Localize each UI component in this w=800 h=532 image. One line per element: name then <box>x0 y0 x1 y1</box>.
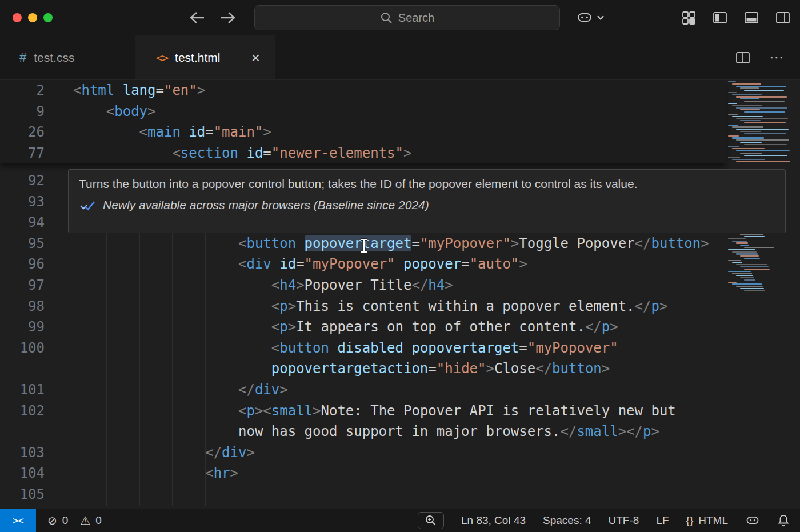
sticky-scroll[interactable]: 2<html lang="en">9 <body>26 <main id="ma… <box>0 80 726 163</box>
toggle-secondary-sidebar-button[interactable] <box>775 10 791 25</box>
encoding-indicator[interactable]: UTF-8 <box>609 514 639 527</box>
code-text: </div> <box>73 379 288 401</box>
tab-bar: # test.css <> test.html × ⋯ <box>0 35 800 80</box>
code-text: </div> <box>73 442 255 463</box>
copilot-status-icon[interactable] <box>745 513 760 528</box>
line-number[interactable]: 92 <box>0 170 45 191</box>
remote-indicator[interactable]: >< <box>0 509 36 532</box>
code-line-26[interactable]: 26 <main id="main"> <box>0 122 726 143</box>
code-line-wrap[interactable]: popovertargetaction="hide">Close</button… <box>0 358 726 379</box>
code-text: popovertargetaction="hide">Close</button… <box>73 358 610 379</box>
minimap-line <box>732 94 762 95</box>
code-line-100[interactable]: 100 <button disabled popovertarget="myPo… <box>0 338 726 359</box>
code-text: now has good support in major browsers.<… <box>73 421 659 442</box>
line-number[interactable]: 97 <box>0 275 45 296</box>
minimap-line <box>728 92 737 93</box>
copilot-menu[interactable] <box>576 0 605 35</box>
code-line-102[interactable]: 102 <p><small>Note: The Popover API is r… <box>0 401 726 422</box>
baseline-note: Newly available across major browsers (B… <box>103 198 429 212</box>
minimap[interactable] <box>726 80 800 509</box>
eol-indicator[interactable]: LF <box>656 514 669 527</box>
title-bar: Search <box>0 0 800 35</box>
notifications-bell-icon[interactable] <box>777 514 790 527</box>
code-line-101[interactable]: 101 </div> <box>0 379 726 401</box>
split-editor-button[interactable] <box>735 50 751 65</box>
indentation-indicator[interactable]: Spaces: 4 <box>543 514 591 527</box>
line-number[interactable]: 98 <box>0 296 45 317</box>
code-line-9[interactable]: 9 <body> <box>0 101 726 122</box>
editor-pane[interactable]: 92939495 <button popovertarget="myPopove… <box>0 80 800 509</box>
line-number[interactable]: 2 <box>0 80 45 101</box>
line-number[interactable]: 105 <box>0 484 45 505</box>
zoom-indicator[interactable] <box>418 512 444 529</box>
code-line-105[interactable]: 105 <box>0 484 726 505</box>
minimap-line <box>740 109 760 110</box>
toggle-panel-button[interactable] <box>743 10 759 25</box>
braces-icon: {} <box>686 514 694 527</box>
css-file-icon: # <box>19 50 26 65</box>
minimap-line <box>736 286 763 287</box>
minimap-line <box>728 81 736 82</box>
customize-layout-button[interactable] <box>681 10 697 26</box>
line-number[interactable]: 103 <box>0 442 45 463</box>
code-line-wrap[interactable]: now has good support in major browsers.<… <box>0 421 726 442</box>
zoom-window-button[interactable] <box>43 13 53 22</box>
minimap-line <box>740 142 762 143</box>
language-label: HTML <box>698 514 728 527</box>
minimize-window-button[interactable] <box>28 13 37 22</box>
line-number[interactable]: 26 <box>0 122 45 143</box>
close-tab-icon[interactable]: × <box>251 50 275 65</box>
line-number[interactable]: 99 <box>0 317 45 338</box>
code-line-97[interactable]: 97 <h4>Popover Title</h4> <box>0 275 726 296</box>
line-number[interactable]: 93 <box>0 191 45 213</box>
more-actions-icon[interactable]: ⋯ <box>769 49 784 66</box>
code-line-103[interactable]: 103 </div> <box>0 442 726 463</box>
cursor-position[interactable]: Ln 83, Col 43 <box>461 514 526 527</box>
minimap-line <box>728 260 741 261</box>
minimap-line <box>740 234 763 235</box>
line-number[interactable]: 9 <box>0 101 45 122</box>
line-number[interactable]: 94 <box>0 212 45 233</box>
arrow-left-icon <box>189 10 206 25</box>
minimap-line <box>732 273 752 274</box>
code-text: <html lang="en"> <box>73 80 205 101</box>
close-window-button[interactable] <box>13 13 22 22</box>
vscode-window: Search # test.css <> <box>0 0 800 532</box>
status-bar: >< ⊘ 0 ⚠ 0 Ln 83, Col 43 Spaces: 4 UTF-8… <box>0 509 800 532</box>
line-number[interactable]: 104 <box>0 463 45 484</box>
line-number[interactable]: 96 <box>0 254 45 275</box>
error-icon: ⊘ <box>47 514 57 527</box>
minimap-line <box>740 266 769 267</box>
minimap-line <box>740 245 749 246</box>
line-number[interactable]: 100 <box>0 338 45 359</box>
html-file-icon: <> <box>156 51 167 65</box>
copilot-icon <box>576 9 593 26</box>
command-center-search[interactable]: Search <box>254 5 560 30</box>
line-number[interactable]: 101 <box>0 379 45 401</box>
layout-controls <box>681 0 791 35</box>
back-button[interactable] <box>189 10 206 25</box>
code-line-104[interactable]: 104 <hr> <box>0 463 726 484</box>
toggle-primary-sidebar-button[interactable] <box>712 10 728 25</box>
search-placeholder: Search <box>398 11 434 25</box>
language-mode[interactable]: {} HTML <box>686 514 728 527</box>
code-line-98[interactable]: 98 <p>This is content within a popover e… <box>0 296 726 317</box>
minimap-line <box>736 161 790 162</box>
code-line-2[interactable]: 2<html lang="en"> <box>0 80 726 101</box>
minimap-line <box>744 155 787 156</box>
layout-grid-icon <box>681 10 697 26</box>
baseline-icon <box>79 199 96 211</box>
tab-test-css[interactable]: # test.css <box>0 35 135 79</box>
code-line-99[interactable]: 99 <p>It appears on top of other content… <box>0 317 726 338</box>
search-icon <box>380 11 393 24</box>
line-number[interactable]: 95 <box>0 233 45 254</box>
code-text: <p><small>Note: The Popover API is relat… <box>73 401 676 422</box>
line-number[interactable]: 77 <box>0 143 45 164</box>
problems-indicator[interactable]: ⊘ 0 ⚠ 0 <box>47 514 102 527</box>
code-line-77[interactable]: 77 <section id="newer-elements"> <box>0 143 726 164</box>
line-number[interactable]: 102 <box>0 401 45 422</box>
forward-button[interactable] <box>219 10 237 25</box>
code-line-96[interactable]: 96 <div id="myPopover" popover="auto"> <box>0 254 726 275</box>
minimap-line <box>728 282 737 283</box>
tab-test-html[interactable]: <> test.html × <box>135 35 275 79</box>
